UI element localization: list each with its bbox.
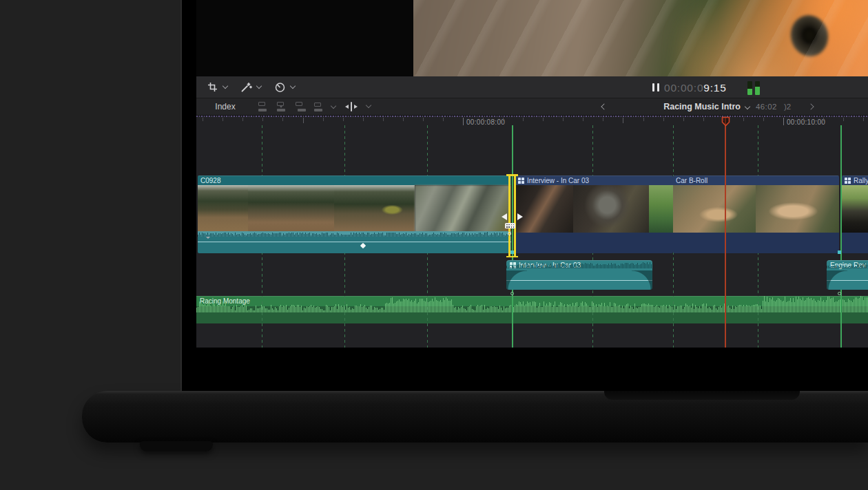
edit-options-chevron-icon[interactable] (331, 103, 336, 108)
ruler-tick (523, 118, 524, 121)
video-clip-label: Car B-Roll (676, 177, 707, 184)
video-clip-interview-in-car-03[interactable]: Interview - In Car 03 (515, 175, 673, 253)
video-clip-rally-race[interactable]: Rally Ra (842, 175, 868, 253)
ruler-label: 00:00:08:00 (466, 118, 505, 126)
connection-dot[interactable] (838, 292, 841, 295)
timecode-dim: 00:00:0 (664, 82, 703, 94)
fade-in-handle[interactable] (506, 270, 527, 290)
viewer-area (196, 0, 868, 76)
macbook-base (82, 391, 868, 443)
pause-icon[interactable] (652, 83, 659, 92)
music-clip-racing-montage[interactable]: Racing Montage (196, 296, 868, 323)
audio-meters-icon[interactable] (747, 81, 760, 95)
project-title[interactable]: Racing Music Intro (637, 102, 741, 111)
ruler-tick (282, 118, 283, 121)
multicam-icon (845, 178, 851, 184)
enhance-wand-icon[interactable] (240, 81, 252, 94)
ruler-tick (763, 118, 764, 121)
final-cut-pro-window: 00:00:09:15 Index (196, 0, 868, 348)
trim-tool-icon[interactable] (345, 102, 358, 111)
clip-audio-section (198, 233, 511, 253)
trim-out-handle[interactable] (508, 174, 510, 257)
ruler-tick (863, 118, 864, 121)
timeline-ruler[interactable]: 00:00:08:00 00:00:10:00 (196, 116, 868, 128)
toolbar: 00:00:09:15 (196, 76, 868, 98)
ruler-tick (663, 118, 664, 121)
forward-chevron-icon[interactable] (807, 103, 814, 109)
volume-keyframe[interactable] (360, 243, 366, 248)
video-clip-label: Rally Ra (854, 177, 868, 184)
clip-filmstrip (198, 185, 511, 233)
clip-filmstrip (842, 185, 868, 233)
ruler-tick (843, 118, 844, 121)
ruler-tick (423, 118, 424, 121)
ruler-tick (303, 118, 304, 123)
volume-line[interactable] (506, 280, 652, 281)
macbook-screen: 00:00:09:15 Index (180, 0, 868, 391)
ruler-tick (463, 118, 464, 125)
ruler-tick (323, 118, 324, 121)
volume-line[interactable] (198, 242, 511, 242)
ruler-tick (623, 118, 623, 123)
audio-waveform (827, 260, 868, 268)
audio-clip-engine-rev-2[interactable]: Engine Rev 2 (827, 260, 868, 290)
ruler-tick (803, 118, 804, 121)
macbook-foot (140, 441, 213, 451)
audio-waveform (506, 260, 652, 268)
connect-edit-icon[interactable] (257, 102, 269, 111)
ruler-tick (643, 118, 644, 121)
viewer-video (413, 0, 868, 76)
ruler-tick (743, 118, 744, 121)
crop-tool-chevron-icon[interactable] (223, 83, 228, 89)
ruler-tick (603, 118, 603, 121)
video-motion-streaks (413, 0, 868, 76)
trim-left-arrow-icon (502, 213, 507, 220)
video-clip-label: Interview - In Car 03 (527, 177, 589, 184)
ruler-tick (683, 118, 684, 121)
trim-right-arrow-icon (517, 213, 523, 220)
scene: 00:00:09:15 Index (0, 0, 868, 490)
retime-tool-icon[interactable] (273, 81, 286, 94)
timecode-bright: 9:15 (703, 82, 726, 94)
connection-square[interactable] (838, 251, 841, 254)
back-chevron-icon[interactable] (601, 103, 607, 109)
ruler-tick (483, 118, 484, 121)
timecode-display: 00:00:09:15 (664, 82, 727, 94)
trim-in-handle[interactable] (514, 174, 516, 257)
retime-chevron-icon[interactable] (290, 83, 296, 89)
macbook-lid-notch (604, 391, 800, 400)
audio-clip-interview-in-car-03[interactable]: Interview - In Car 03 (506, 260, 652, 290)
overwrite-edit-icon[interactable] (313, 102, 324, 111)
ruler-tick (443, 118, 444, 121)
clip-waveform (198, 231, 511, 237)
ruler-tick (583, 118, 583, 121)
ruler-label: 00:00:10:00 (787, 118, 825, 126)
project-title-chevron-icon[interactable] (745, 104, 750, 109)
edit-buttons-group (257, 102, 335, 111)
connection-dot[interactable] (510, 292, 514, 295)
enhance-chevron-icon[interactable] (256, 83, 262, 89)
trim-tool-chevron-icon[interactable] (366, 103, 371, 108)
ruler-tick (242, 118, 243, 121)
trim-circle-handle[interactable] (508, 232, 511, 235)
ruler-tick (703, 118, 704, 121)
insert-edit-icon[interactable] (276, 102, 287, 111)
index-button[interactable]: Index (206, 101, 245, 113)
ruler-tick (563, 118, 564, 121)
project-duration-overlap: )2 (784, 103, 791, 111)
ruler-tick (543, 118, 544, 121)
ruler-tick (723, 118, 724, 121)
ruler-tick (203, 118, 203, 121)
append-edit-icon[interactable] (294, 102, 306, 111)
ruler-tick (503, 118, 504, 121)
video-clip-car-b-roll[interactable]: Car B-Roll (673, 175, 839, 253)
video-clip-label: C0928 (200, 177, 220, 184)
crop-tool-icon[interactable] (206, 81, 218, 94)
fade-in-handle[interactable] (827, 270, 847, 290)
filmstrip-icon (505, 223, 515, 228)
video-clip-c0928[interactable]: C0928 (198, 175, 511, 253)
trim-edit-point[interactable] (498, 174, 521, 257)
fade-out-handle[interactable] (632, 270, 652, 290)
timeline[interactable]: 00:00:08:00 00:00:10:00 Racing Montage (196, 116, 868, 348)
ruler-tick (262, 118, 263, 121)
